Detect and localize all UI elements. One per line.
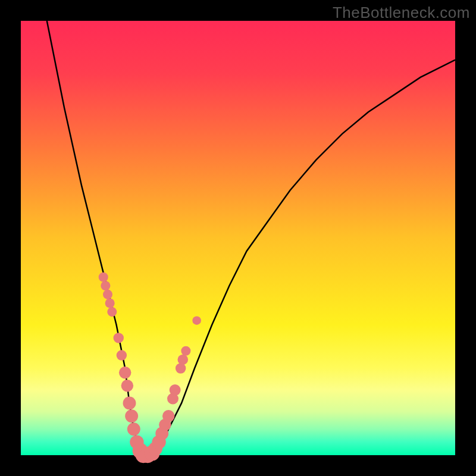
bead-marker <box>125 409 138 422</box>
bead-marker <box>127 422 140 436</box>
bead-marker <box>103 290 112 299</box>
bead-marker <box>105 298 115 308</box>
bead-marker <box>123 396 136 409</box>
bead-marker <box>170 384 181 396</box>
bead-marker <box>162 410 174 422</box>
bead-marker <box>192 316 201 325</box>
bead-marker <box>99 273 108 282</box>
bead-marker <box>121 380 133 392</box>
bead-marker <box>101 281 110 290</box>
watermark-text: TheBottleneck.com <box>333 4 470 22</box>
bead-markers <box>99 273 201 463</box>
bead-marker <box>181 346 190 356</box>
bead-marker <box>119 367 131 378</box>
bead-marker <box>176 363 186 374</box>
bead-marker <box>113 333 124 343</box>
bead-marker <box>117 350 127 361</box>
bead-marker <box>178 355 189 365</box>
bottleneck-chart <box>21 21 455 455</box>
bottleneck-curve <box>47 21 455 455</box>
chart-frame: TheBottleneck.com <box>0 0 476 476</box>
bead-marker <box>107 307 117 317</box>
